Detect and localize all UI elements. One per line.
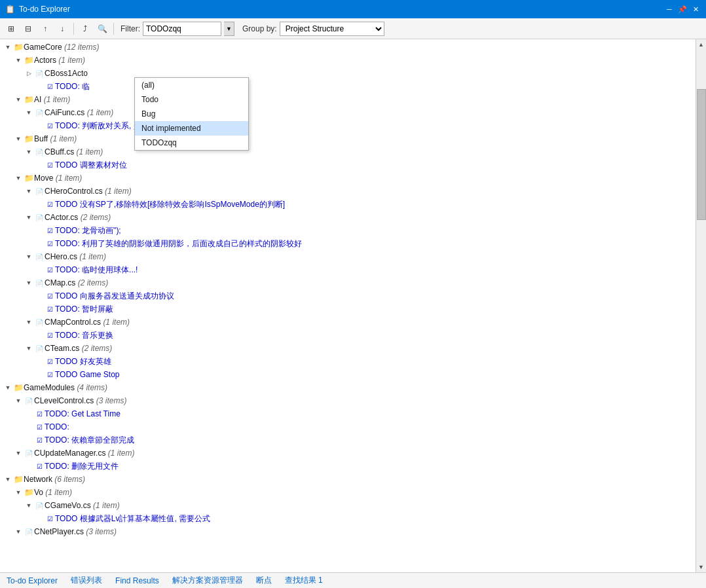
status-bar: To-do Explorer 错误列表 Find Results 解决方案资源管… [0,572,706,588]
search-button[interactable]: 🔍 [95,22,109,36]
tree-item-cactor[interactable]: ▼ 📄 CActor.cs (2 items) [0,211,696,224]
expand-ai[interactable]: ▼ [13,94,24,105]
tree-item-todo-level3[interactable]: ☑ TODO: 依賴章節全部完成 [0,433,696,447]
expand-caifunc[interactable]: ▼ [24,107,34,118]
new-item-button[interactable]: ⊞ [4,22,18,36]
dropdown-item-todo[interactable]: Todo [135,92,248,107]
pin-button[interactable]: ─ [664,4,675,14]
tree-item-todo-notimpl[interactable]: ☑ TODO: 临 [0,80,696,93]
file-icon-cactor: 📄 [34,213,45,222]
status-tab-todoexplorer[interactable]: To-do Explorer [4,575,60,587]
scroll-up-button[interactable]: ▲ [697,39,706,50]
tree-item-todo-map1[interactable]: ☑ TODO 向服务器发送通关成功协议 [0,289,696,303]
status-tab-findresults[interactable]: Find Results [113,575,162,587]
expand-todo-move [34,199,45,210]
expand-cactor[interactable]: ▼ [24,212,34,223]
todo-text-team1: TODO 好友英雄 [55,356,111,367]
todo-text-move: TODO 没有SP了,移除特效[移除特效会影响IsSpMoveMode的判断] [55,199,285,210]
ai-text: AI [34,95,44,104]
tree-item-todo-actor2[interactable]: ☑ TODO: 利用了英雄的阴影做通用阴影，后面改成自己的样式的阴影较好 [0,237,696,250]
export-button[interactable]: ⤴ [78,22,92,36]
up-button[interactable]: ↑ [38,22,52,36]
tree-item-cboss1[interactable]: ▷ 📄 CBoss1Acto [0,67,696,80]
scroll-down-button[interactable]: ▼ [697,562,706,572]
tree-item-cbuff[interactable]: ▼ 📄 CBuff.cs (1 item) [0,145,696,158]
tree-item-clevelcontrol[interactable]: ▼ 📄 CLevelControl.cs (3 items) [0,394,696,407]
tree-item-cherocontrol[interactable]: ▼ 📄 CHeroControl.cs (1 item) [0,185,696,198]
expand-cupdatemanager[interactable]: ▼ [13,448,24,458]
expand-todo-mapcontrol [34,330,45,340]
tree-item-todo-map2[interactable]: ☑ TODO: 暂时屏蔽 [0,303,696,316]
expand-cnetplayer[interactable]: ▼ [13,526,24,537]
folder-icon-ai: 📁 [24,95,34,104]
status-tab-errorlist[interactable]: 错误列表 [68,574,105,587]
expand-gamecore[interactable]: ▼ [3,42,13,52]
status-tab-findresults1[interactable]: 查找结果 1 [282,574,325,587]
expand-move[interactable]: ▼ [13,173,24,183]
dropdown-item-todozqq[interactable]: TODOzqq [135,136,248,150]
expand-vo[interactable]: ▼ [13,487,24,498]
tree-item-vo[interactable]: ▼ 📁 Vo (1 item) [0,486,696,499]
tree-item-gamecore[interactable]: ▼ 📁 GameCore (12 items) [0,41,696,54]
tree-item-chero[interactable]: ▼ 📄 CHero.cs (1 item) [0,250,696,263]
minimize-button[interactable]: 📌 [677,4,688,14]
tree-item-cgamevo[interactable]: ▼ 📄 CGameVo.cs (1 item) [0,499,696,512]
tree-item-move[interactable]: ▼ 📁 Move (1 item) [0,172,696,185]
expand-clevelcontrol[interactable]: ▼ [13,395,24,406]
expand-cherocontrol[interactable]: ▼ [24,186,34,196]
expand-actors[interactable]: ▼ [13,55,24,65]
tree-item-todo-buff[interactable]: ☑ TODO 调整素材对位 [0,158,696,172]
dropdown-item-bug[interactable]: Bug [135,107,248,121]
tree-item-todo-level2[interactable]: ☑ TODO: [0,420,696,433]
tree-item-todo-team2[interactable]: ☑ TODO Game Stop [0,368,696,381]
tree-item-todo-ai[interactable]: ☑ TODO: 判断敌对关系, 是的 [0,119,696,132]
down-button[interactable]: ↓ [55,22,69,36]
tree-item-cteam[interactable]: ▼ 📄 CTeam.cs (2 items) [0,342,696,355]
expand-buff[interactable]: ▼ [13,134,24,144]
status-tab-breakpoints[interactable]: 断点 [253,574,274,587]
tree-item-actors[interactable]: ▼ 📁 Actors (1 item) [0,54,696,67]
expand-cteam[interactable]: ▼ [24,343,34,354]
tree-item-caifunc[interactable]: ▼ 📄 CAiFunc.cs (1 item) [0,106,696,119]
expand-cmap[interactable]: ▼ [24,278,34,288]
expand-network[interactable]: ▼ [3,474,13,485]
expand-gamemodules[interactable]: ▼ [3,382,13,393]
expand-cboss1[interactable]: ▷ [24,68,34,79]
tree-item-cnetplayer[interactable]: ▼ 📄 CNetPlayer.cs (3 items) [0,525,696,538]
tree-item-cmap[interactable]: ▼ 📄 CMap.cs (2 items) [0,276,696,289]
tree-item-todo-team1[interactable]: ☑ TODO 好友英雄 [0,355,696,368]
tree-item-network[interactable]: ▼ 📁 Network (6 items) [0,473,696,486]
expand-chero[interactable]: ▼ [24,251,34,262]
dropdown-item-all[interactable]: (all) [135,78,248,92]
todo-text-hero: TODO: 临时使用球体...! [55,265,138,276]
scrollbar-thumb[interactable] [697,89,706,220]
tree-item-todo-move[interactable]: ☑ TODO 没有SP了,移除特效[移除特效会影响IsSpMoveMode的判断… [0,198,696,211]
close-button[interactable]: ✕ [690,4,701,14]
tree-item-todo-update[interactable]: ☑ TODO: 删除无用文件 [0,460,696,473]
todo-icon-actor1: ☑ [45,226,55,235]
tree-item-cmapcontrol[interactable]: ▼ 📄 CMapControl.cs (1 item) [0,316,696,329]
file-icon-cbuff: 📄 [34,147,45,156]
tree-item-todo-mapcontrol[interactable]: ☑ TODO: 音乐更换 [0,329,696,342]
tree-item-buff[interactable]: ▼ 📁 Buff (1 item) [0,132,696,145]
actors-count: (1 item) [58,56,85,65]
tree-item-todo-actor1[interactable]: ☑ TODO: 龙骨动画"); [0,224,696,237]
scrollbar[interactable]: ▲ ▼ [696,39,706,572]
filter-dropdown-button[interactable]: ▼ [224,22,234,36]
expand-cmapcontrol[interactable]: ▼ [24,317,34,327]
filter-input[interactable] [143,22,221,36]
groupby-select[interactable]: Project Structure File Priority [280,22,384,36]
tree-item-todo-level1[interactable]: ☑ TODO: Get Last Time [0,407,696,420]
tree-item-cupdatemanager[interactable]: ▼ 📄 CUpdateManager.cs (1 item) [0,447,696,460]
delete-button[interactable]: ⊟ [21,22,35,36]
dropdown-item-notimplemented[interactable]: Not implemented [135,121,248,136]
toolbar: ⊞ ⊟ ↑ ↓ ⤴ 🔍 Filter: ▼ Group by: Project … [0,18,706,39]
status-tab-solution[interactable]: 解决方案资源管理器 [170,574,246,587]
expand-cbuff[interactable]: ▼ [24,147,34,157]
tree-item-gamemodules[interactable]: ▼ 📁 GameModules (4 items) [0,381,696,394]
expand-cgamevo[interactable]: ▼ [24,500,34,511]
tree-item-todo-gamevo[interactable]: ☑ TODO 根據武器Lv計算基本屬性值, 需要公式 [0,512,696,525]
todo-icon-gamevo: ☑ [45,514,55,523]
tree-item-todo-hero[interactable]: ☑ TODO: 临时使用球体...! [0,263,696,276]
tree-item-ai[interactable]: ▼ 📁 AI (1 item) [0,93,696,106]
